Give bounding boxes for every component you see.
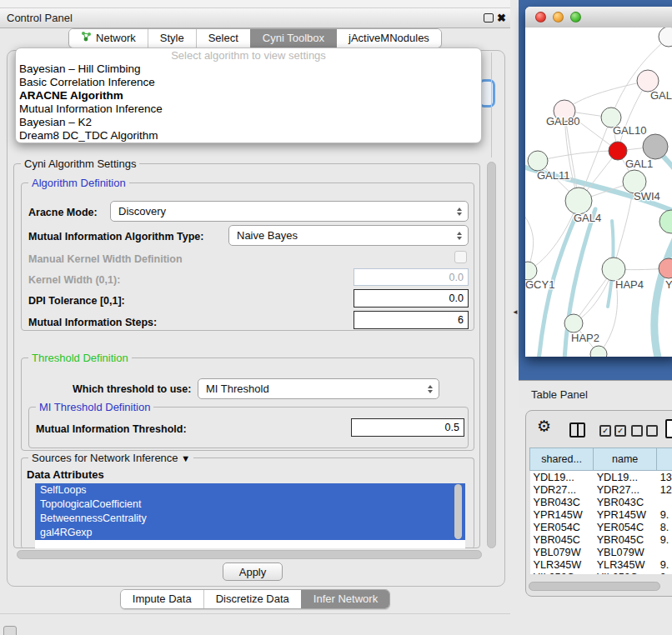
top-strip (0, 0, 510, 8)
threshold-definition-group: Threshold Definition Which threshold to … (21, 358, 474, 451)
corner-button[interactable] (3, 626, 17, 635)
table-cell: 9. (657, 508, 672, 521)
network-edge[interactable] (538, 151, 618, 161)
tab-style[interactable]: Style (148, 29, 196, 48)
dpi-tolerance-field[interactable]: 0.0 (354, 289, 469, 308)
tab-select[interactable]: Select (196, 29, 250, 48)
float-window-icon[interactable] (484, 13, 494, 22)
table-cell: YDR27... (530, 483, 594, 496)
algorithm-option[interactable]: Dream8 DC_TDC Algorithm (16, 129, 481, 142)
column-header[interactable]: name (594, 448, 657, 471)
network-canvas[interactable]: GALGAL80GAL10GAL11GAL1GAL4SWI4GCY1HAP4YH… (525, 28, 672, 357)
algorithm-option[interactable]: Bayesian – Hill Climbing (16, 62, 481, 76)
aracne-mode-value: Discovery (118, 205, 166, 218)
close-icon[interactable]: ✖ (497, 11, 506, 25)
minimize-traffic-light-icon[interactable] (553, 12, 564, 22)
network-node[interactable] (659, 28, 672, 47)
column-header[interactable] (657, 448, 672, 471)
group-title: MI Threshold Definition (36, 401, 153, 413)
network-node-gal4[interactable] (565, 188, 592, 214)
control-panel-titlebar: Control Panel ✖ (0, 8, 510, 28)
node-label: HAP4 (615, 278, 644, 291)
algorithm-option[interactable]: Basic Correlation Inference (16, 76, 481, 89)
network-edge[interactable] (564, 81, 648, 111)
network-node-hap2[interactable] (564, 314, 583, 332)
attribute-item[interactable]: BetweennessCentrality (35, 512, 465, 526)
settings-horizontal-scrollbar[interactable] (17, 550, 482, 559)
tab-label: Cyni Toolbox (263, 29, 324, 48)
close-traffic-light-icon[interactable] (535, 12, 546, 22)
unchecked-columns-icon[interactable] (631, 425, 658, 437)
table-horizontal-scrollbar[interactable] (529, 582, 660, 591)
network-node-gal10[interactable] (643, 134, 668, 159)
mi-threshold-label: Mutual Information Threshold: (36, 423, 187, 435)
tab-cyni-toolbox[interactable]: Cyni Toolbox (250, 29, 336, 48)
algorithm-option[interactable]: ARACNE Algorithm (16, 89, 481, 102)
table-cell: YPR145W (594, 508, 657, 521)
network-window[interactable]: GALGAL80GAL10GAL11GAL1GAL4SWI4GCY1HAP4YH… (525, 7, 672, 357)
group-title: Cyni Algorithm Settings (21, 158, 139, 170)
settings-vertical-scrollbar[interactable] (487, 162, 496, 548)
kernel-width-field[interactable]: 0.0 (354, 268, 469, 286)
network-edge[interactable] (654, 236, 672, 357)
table-cell: YIL052C (594, 571, 657, 574)
algorithm-option[interactable]: Bayesian – K2 (16, 116, 481, 129)
screen: Control Panel ✖ NetworkStyleSelectCyni T… (0, 0, 672, 635)
table-row[interactable]: YDL19...YDL19...13 (530, 471, 672, 484)
mi-threshold-field[interactable]: 0.5 (351, 418, 464, 437)
table-panel-title: Table Panel (531, 381, 588, 408)
table-row[interactable]: YDR27...YDR27...12 (530, 483, 672, 496)
table-row[interactable]: YIL052CYIL052C9 (530, 571, 672, 574)
table-row[interactable]: YBR045CYBR045C9. (530, 533, 672, 546)
tab-impute-data[interactable]: Impute Data (121, 590, 203, 608)
manual-kernel-checkbox[interactable] (454, 251, 467, 263)
mi-steps-field[interactable]: 6 (354, 311, 469, 329)
apply-button[interactable]: Apply (223, 562, 283, 581)
cyni-algorithm-settings-group: Cyni Algorithm Settings Algorithm Defini… (13, 163, 480, 548)
network-node-gcy1[interactable] (525, 262, 537, 280)
table-cell (657, 496, 672, 508)
network-node-hap4[interactable] (602, 258, 625, 281)
tab-jactivemnodules[interactable]: jActiveMNodules (336, 29, 441, 48)
splitter-collapse-icon[interactable]: ◄ (512, 308, 519, 316)
table-cell: 9. (657, 558, 672, 571)
table-row[interactable]: YER054CYER054C8. (530, 521, 672, 533)
table-row[interactable]: YBL079WYBL079W (530, 546, 672, 558)
top-tab-row: NetworkStyleSelectCyni ToolboxjActiveMNo… (0, 28, 510, 48)
table-row[interactable]: YLR345WYLR345W9. (530, 558, 672, 571)
table-cell: YBR045C (594, 533, 657, 546)
gear-icon[interactable]: ⚙ (537, 418, 551, 436)
algorithm-option[interactable]: Mutual Information Inference (16, 102, 481, 116)
tab-network[interactable]: Network (69, 29, 148, 48)
table-cell (657, 546, 672, 558)
table-cell: YDL19... (594, 471, 657, 484)
tab-discretize-data[interactable]: Discretize Data (203, 590, 301, 608)
tab-label: Impute Data (133, 590, 192, 608)
table-cell: YDL19... (530, 471, 594, 484)
attribute-item[interactable]: SelfLoops (35, 483, 465, 498)
list-scrollbar[interactable] (454, 484, 462, 539)
checked-columns-icon[interactable]: ✓✓ (599, 425, 626, 437)
bottom-tab-row: Impute DataDiscretize DataInfer Network (0, 589, 510, 609)
mi-type-value: Naive Bayes (237, 229, 298, 242)
file-icon[interactable] (665, 419, 672, 438)
mi-type-combo[interactable]: Naive Bayes (228, 225, 469, 246)
attribute-item[interactable]: TopologicalCoefficient (35, 498, 465, 512)
attribute-item[interactable]: gal4RGexp (35, 526, 465, 540)
table-row[interactable]: YPR145WYPR145W9. (530, 508, 672, 521)
network-node-gal11[interactable] (528, 151, 548, 171)
panel-title: Control Panel (7, 8, 73, 28)
tab-infer-network[interactable]: Infer Network (301, 590, 389, 608)
sources-title[interactable]: Sources for Network Inference ▼ (28, 452, 193, 464)
tab-label: Network (96, 29, 136, 48)
columns-icon[interactable] (569, 422, 585, 438)
network-window-titlebar[interactable] (525, 7, 672, 28)
network-node-swi4[interactable] (659, 210, 672, 233)
which-threshold-combo[interactable]: MI Threshold (198, 378, 439, 399)
zoom-traffic-light-icon[interactable] (570, 12, 581, 22)
aracne-mode-combo[interactable]: Discovery (110, 201, 469, 222)
column-header[interactable]: shared... (530, 448, 594, 471)
network-edge[interactable] (618, 81, 648, 151)
network-node[interactable] (609, 142, 627, 160)
table-row[interactable]: YBR043CYBR043C (530, 496, 672, 508)
